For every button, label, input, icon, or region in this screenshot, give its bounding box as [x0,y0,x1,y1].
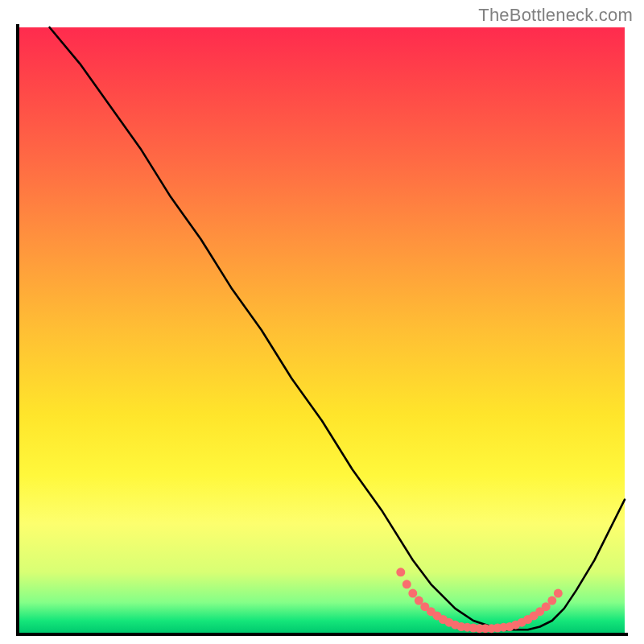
curve-line [50,27,625,630]
marker-dot [554,589,563,598]
marker-dot [547,597,556,605]
chart-overlay [19,27,625,633]
plot-area [16,24,628,636]
chart-container: TheBottleneck.com [0,0,644,644]
watermark-text: TheBottleneck.com [478,5,633,26]
marker-dot [402,580,411,588]
marker-dot [396,568,405,576]
marker-dot [408,589,417,598]
